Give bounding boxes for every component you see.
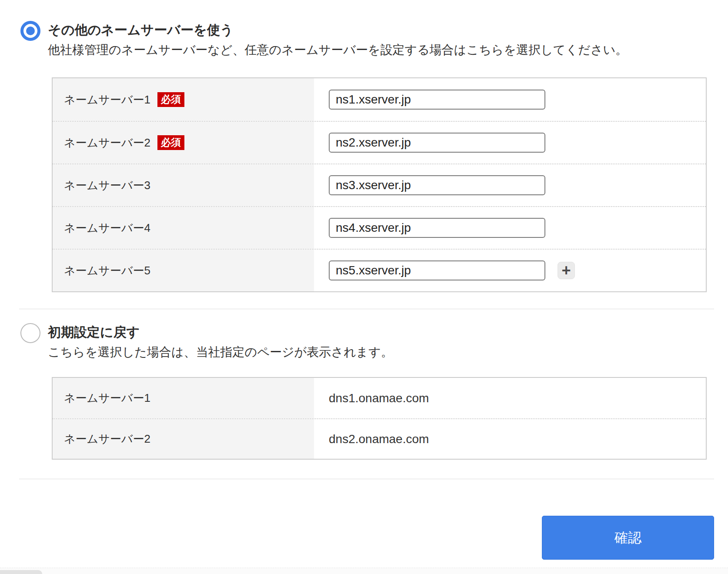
row-label: ネームサーバー4 [64, 220, 150, 236]
row-label: ネームサーバー1 [64, 92, 150, 107]
table-row: ネームサーバー3 [53, 164, 706, 206]
nameserver-4-input[interactable] [329, 218, 545, 238]
bottom-left-tab [0, 570, 42, 574]
radio-other-nameservers[interactable] [20, 21, 40, 41]
section-other-description: 他社様管理のネームサーバーなど、任意のネームサーバーを設定する場合はこちらを選択… [48, 42, 628, 58]
required-badge: 必須 [157, 92, 184, 107]
other-nameservers-table: ネームサーバー1 必須 ネームサーバー2 必須 ネームサーバー3 [52, 77, 707, 292]
default-nameserver-1-value: dns1.onamae.com [329, 391, 429, 405]
row-label: ネームサーバー1 [64, 390, 150, 406]
table-row: ネームサーバー2 必須 [53, 121, 706, 164]
radio-default-settings[interactable] [20, 323, 40, 343]
nameserver-5-input[interactable] [329, 260, 545, 280]
section-other-header: その他のネームサーバーを使う 他社様管理のネームサーバーなど、任意のネームサーバ… [19, 0, 714, 58]
row-label: ネームサーバー3 [64, 178, 150, 193]
default-nameserver-2-value: dns2.onamae.com [329, 432, 429, 446]
row-label: ネームサーバー2 [64, 135, 150, 150]
table-row: ネームサーバー2 dns2.onamae.com [53, 418, 706, 459]
section-default-header: 初期設定に戻す こちらを選択した場合は、当社指定のページが表示されます。 [19, 323, 714, 360]
plus-icon: + [561, 263, 571, 278]
required-badge: 必須 [157, 135, 184, 150]
section-divider [19, 479, 714, 479]
add-nameserver-button[interactable]: + [558, 262, 575, 279]
section-other-title: その他のネームサーバーを使う [48, 21, 628, 39]
table-row: ネームサーバー1 必須 [53, 78, 706, 121]
nameserver-1-input[interactable] [329, 90, 545, 110]
nameserver-settings-page: その他のネームサーバーを使う 他社様管理のネームサーバーなど、任意のネームサーバ… [0, 0, 728, 574]
table-row: ネームサーバー5 + [53, 249, 706, 291]
nameserver-3-input[interactable] [329, 175, 545, 195]
row-label: ネームサーバー2 [64, 431, 150, 447]
row-label: ネームサーバー5 [64, 263, 150, 278]
section-divider [19, 309, 714, 309]
bottom-strip [0, 567, 728, 574]
section-default-title: 初期設定に戻す [48, 323, 393, 341]
section-default-description: こちらを選択した場合は、当社指定のページが表示されます。 [48, 344, 393, 360]
default-nameservers-table: ネームサーバー1 dns1.onamae.com ネームサーバー2 dns2.o… [52, 377, 707, 460]
table-row: ネームサーバー4 [53, 206, 706, 249]
confirm-button[interactable]: 確認 [542, 516, 714, 560]
table-row: ネームサーバー1 dns1.onamae.com [53, 378, 706, 418]
nameserver-2-input[interactable] [329, 133, 545, 153]
radio-selected-dot [26, 27, 35, 35]
